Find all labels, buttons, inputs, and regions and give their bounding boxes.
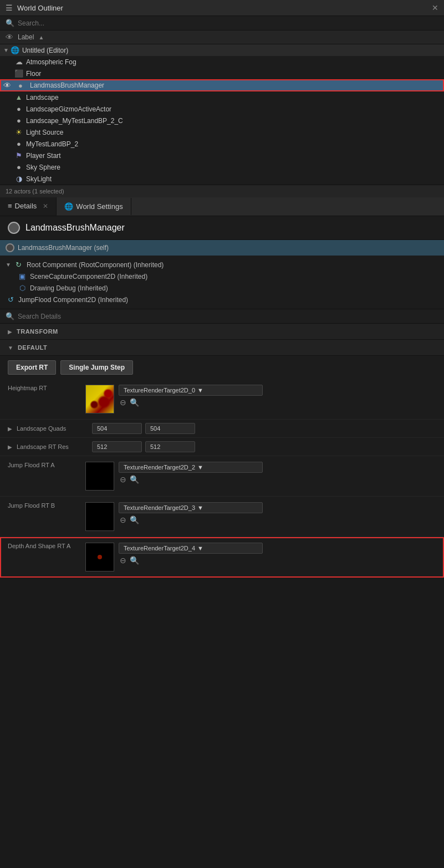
mytestland-label: MyTestLandBP_2: [26, 140, 78, 148]
heightmap-rt-dropdown[interactable]: TextureRenderTarget2D_0 ▼: [119, 385, 263, 396]
depth-and-shape-rt-a-thumbnail[interactable]: [85, 543, 114, 571]
tree-item-landmass-brush-manager[interactable]: 👁 ● LandmassBrushManager: [0, 79, 444, 91]
landscape-mytestland-label: Landscape_MyTestLandBP_2_C: [26, 117, 123, 125]
tree-item-player-start[interactable]: ⚑ Player Start: [0, 150, 444, 161]
tree-root-item[interactable]: ▼ 🌐 Untitled (Editor): [0, 44, 444, 56]
jump-flood-rt-b-minus-btn[interactable]: ⊖: [120, 515, 126, 524]
sky-light-icon: ◑: [14, 175, 23, 183]
comp-root-expand[interactable]: ▼: [6, 262, 11, 268]
heightmap-rt-thumbnail[interactable]: [85, 385, 114, 413]
root-expand-arrow[interactable]: ▼: [3, 47, 9, 53]
depth-and-shape-rt-a-dropdown[interactable]: TextureRenderTarget2D_4 ▼: [119, 543, 263, 554]
visibility-column-icon[interactable]: 👁: [6, 33, 13, 42]
landscape-gizmo-icon: ●: [14, 105, 23, 113]
depth-and-shape-rt-a-right: TextureRenderTarget2D_4 ▼ ⊖ 🔍: [119, 543, 436, 565]
tree-item-floor[interactable]: ⬛ Floor: [0, 68, 444, 79]
jump-flood-rt-a-thumbnail[interactable]: [85, 462, 114, 491]
prop-depth-and-shape-rt-a: Depth And Shape RT A TextureRenderTarget…: [0, 537, 444, 578]
landscape-gizmo-label: LandscapeGizmoActiveActor: [26, 105, 111, 113]
depth-and-shape-rt-a-minus-btn[interactable]: ⊖: [120, 556, 126, 565]
tree-item-mytestland[interactable]: ● MyTestLandBP_2: [0, 138, 444, 150]
tree-item-light-source[interactable]: ☀ Light Source: [0, 126, 444, 138]
heightmap-rt-magnify-btn[interactable]: 🔍: [130, 398, 139, 407]
jump-flood-rt-b-right: TextureRenderTarget2D_3 ▼ ⊖ 🔍: [119, 502, 436, 524]
sort-arrow-icon[interactable]: ▲: [38, 34, 44, 40]
jump-flood-rt-a-magnify-btn[interactable]: 🔍: [130, 475, 139, 484]
tree-item-sky-sphere[interactable]: ● Sky Sphere: [0, 161, 444, 173]
comp-item-scene-capture[interactable]: ▣ SceneCaptureComponent2D (Inherited): [0, 270, 444, 282]
jump-flood-rt-b-label: Jump Flood RT B: [8, 502, 80, 509]
tree-item-atmospheric-fog[interactable]: ☁ Atmospheric Fog: [0, 56, 444, 68]
light-source-label: Light Source: [26, 129, 63, 136]
search-details-bar: 🔍: [0, 309, 444, 324]
default-expand-icon[interactable]: ▼: [8, 345, 13, 351]
jump-flood-rt-b-dropdown-arrow: ▼: [197, 504, 258, 511]
heightmap-rt-minus-btn[interactable]: ⊖: [120, 398, 126, 407]
comp-root-icon: ↻: [14, 261, 24, 269]
depth-and-shape-rt-a-magnify-btn[interactable]: 🔍: [130, 556, 139, 565]
sky-sphere-icon: ●: [14, 163, 23, 171]
comp-jump-flood-icon: ↺: [6, 295, 16, 304]
comp-item-drawing-debug[interactable]: ⬡ Drawing Debug (Inherited): [0, 282, 444, 294]
floor-icon: ⬛: [14, 69, 23, 78]
comp-item-jump-flood[interactable]: ↺ JumpFlood Component2D (Inherited): [0, 294, 444, 305]
landscape-quads-label: Landscape Quads: [17, 425, 89, 432]
default-section-buttons: Export RT Single Jump Step: [0, 356, 444, 379]
search-details-icon: 🔍: [6, 312, 14, 320]
world-outliner-header: ☰ World Outliner ✕: [0, 0, 444, 16]
landscape-quads-controls: [92, 423, 436, 434]
export-rt-button[interactable]: Export RT: [8, 360, 56, 375]
landmass-eye-icon[interactable]: 👁: [3, 81, 11, 90]
jump-flood-rt-a-minus-btn[interactable]: ⊖: [120, 475, 126, 484]
depth-and-shape-rt-a-dropdown-arrow: ▼: [197, 545, 258, 552]
comp-scene-capture-label: SceneCaptureComponent2D (Inherited): [30, 273, 147, 280]
jump-flood-rt-b-magnify-btn[interactable]: 🔍: [130, 515, 139, 524]
default-section-title: DEFAULT: [18, 344, 47, 351]
jump-flood-rt-b-thumbnail[interactable]: [85, 502, 114, 531]
prop-landscape-quads: ▶ Landscape Quads: [0, 420, 444, 438]
world-outliner-close[interactable]: ✕: [432, 3, 438, 12]
prop-heightmap-rt: Heightmap RT TextureRenderTarget2D_0 ▼ ⊖…: [0, 379, 444, 420]
tree-item-landscape-gizmo[interactable]: ● LandscapeGizmoActiveActor: [0, 103, 444, 115]
jump-flood-rt-a-dropdown[interactable]: TextureRenderTarget2D_2 ▼: [119, 462, 263, 473]
landscape-rt-res-value2[interactable]: [145, 441, 195, 452]
details-tab-label: Details: [15, 202, 37, 210]
depth-and-shape-rt-a-icon-buttons: ⊖ 🔍: [119, 556, 436, 565]
heightmap-rt-label: Heightmap RT: [8, 385, 80, 391]
tree-item-landscape[interactable]: ▲ Landscape: [0, 91, 444, 103]
tree-item-landscape-mytestland[interactable]: ● Landscape_MyTestLandBP_2_C: [0, 115, 444, 126]
landscape-quads-value2[interactable]: [145, 423, 195, 434]
default-section-header[interactable]: ▼ DEFAULT: [0, 340, 444, 356]
tab-details[interactable]: ≡ Details ✕: [0, 197, 57, 216]
landscape-rt-res-controls: [92, 441, 436, 452]
search-input[interactable]: [18, 19, 438, 27]
component-tree: ▼ ↻ Root Component (RootComponent) (Inhe…: [0, 256, 444, 309]
self-label: LandmassBrushManager (self): [18, 244, 109, 252]
world-settings-tab-icon: 🌐: [64, 202, 73, 211]
jump-flood-rt-b-dropdown[interactable]: TextureRenderTarget2D_3 ▼: [119, 502, 263, 513]
depth-and-shape-rt-a-label: Depth And Shape RT A: [8, 543, 80, 549]
world-outliner-tree: ▼ 🌐 Untitled (Editor) ☁ Atmospheric Fog …: [0, 44, 444, 185]
details-tab-close[interactable]: ✕: [43, 202, 48, 210]
landscape-rt-res-expand[interactable]: ▶: [8, 444, 12, 450]
self-item[interactable]: LandmassBrushManager (self): [0, 240, 444, 256]
tree-item-sky-light[interactable]: ◑ SkyLight: [0, 173, 444, 185]
actor-icon-circle: [8, 222, 20, 234]
transform-expand-icon[interactable]: ▶: [8, 329, 12, 335]
landscape-quads-value1[interactable]: [92, 423, 142, 434]
jump-flood-rt-a-icon-buttons: ⊖ 🔍: [119, 475, 436, 484]
single-jump-step-button[interactable]: Single Jump Step: [60, 360, 133, 375]
jump-flood-rt-a-right: TextureRenderTarget2D_2 ▼ ⊖ 🔍: [119, 462, 436, 484]
comp-item-root[interactable]: ▼ ↻ Root Component (RootComponent) (Inhe…: [0, 259, 444, 270]
jump-flood-rt-a-controls: TextureRenderTarget2D_2 ▼ ⊖ 🔍: [85, 462, 436, 491]
landmass-icon: ●: [16, 81, 25, 90]
jump-flood-rt-b-dropdown-value: TextureRenderTarget2D_3: [124, 504, 195, 511]
landscape-rt-res-value1[interactable]: [92, 441, 142, 452]
landscape-icon: ▲: [14, 93, 23, 101]
landscape-rt-res-label: Landscape RT Res: [17, 443, 89, 450]
search-details-input[interactable]: [18, 313, 438, 320]
transform-section-title: TRANSFORM: [17, 328, 58, 335]
transform-section-header[interactable]: ▶ TRANSFORM: [0, 324, 444, 340]
tab-world-settings[interactable]: 🌐 World Settings: [57, 198, 131, 215]
landscape-quads-expand[interactable]: ▶: [8, 426, 12, 432]
